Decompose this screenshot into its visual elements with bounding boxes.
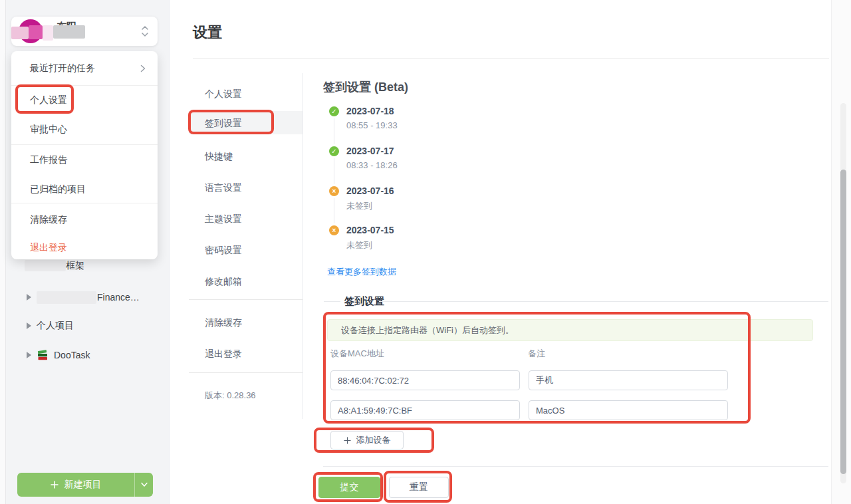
checkin-date: 2023-07-18: [346, 106, 394, 116]
mac-address-label: 设备MAC地址: [330, 348, 384, 360]
submit-label: 提交: [340, 481, 359, 493]
chevron-collapsed-icon[interactable]: [27, 322, 31, 329]
checkin-heading: 签到设置 (Beta): [323, 79, 408, 95]
books-icon: [37, 349, 49, 361]
divider: [379, 301, 828, 302]
chevron-down-icon: [140, 482, 148, 487]
remark-label: 备注: [528, 348, 545, 360]
tab-password-settings[interactable]: 密码设置: [205, 244, 242, 256]
reset-button[interactable]: 重置: [389, 477, 449, 498]
user-dropdown-menu: 最近打开的任务 个人设置 审批中心 工作报告 已归档的项目 清除缓存: [11, 51, 158, 259]
project-label: 框架: [66, 260, 84, 272]
timeline-tail: [334, 198, 334, 223]
sidebar-item-dootask-project[interactable]: DooTask: [27, 348, 90, 362]
chevron-expand-icon: [140, 24, 150, 39]
add-device-button[interactable]: 添加设备: [330, 431, 404, 449]
divider: [323, 466, 828, 467]
divider: [189, 372, 303, 373]
menu-item-label: 已归档的项目: [30, 184, 86, 195]
tab-clear-cache[interactable]: 清除缓存: [205, 316, 242, 328]
divider: [324, 301, 340, 302]
sidebar-item-masked-project[interactable]: 框架: [25, 260, 43, 272]
chevron-right-icon: [140, 64, 146, 72]
menu-item-label: 个人设置: [30, 94, 67, 106]
menu-item-label: 最近打开的任务: [30, 63, 140, 74]
mac-address-input[interactable]: [330, 370, 520, 390]
user-card[interactable]: 东阳: [11, 17, 158, 46]
divider: [303, 73, 303, 419]
menu-item-work-report[interactable]: 工作报告: [11, 145, 158, 176]
checkin-detail: 未签到: [346, 200, 372, 212]
checkin-detail: 08:55 - 19:33: [346, 120, 398, 130]
sidebar: 东阳 最近打开的任务 个人设置 审批中心: [0, 0, 170, 504]
remark-input[interactable]: [529, 370, 728, 390]
remark-input[interactable]: [529, 400, 728, 420]
tab-change-email[interactable]: 修改邮箱: [205, 275, 242, 287]
check-circle-icon: ✓: [329, 106, 339, 116]
submit-button[interactable]: 提交: [318, 477, 380, 498]
divider: [193, 58, 829, 59]
menu-item-recent-tasks[interactable]: 最近打开的任务: [11, 51, 158, 85]
add-device-label: 添加设备: [356, 434, 391, 446]
tab-logout[interactable]: 退出登录: [205, 348, 242, 360]
check-circle-icon: ✓: [329, 146, 339, 156]
mac-address-input[interactable]: [330, 400, 520, 420]
project-label: 个人项目: [37, 320, 74, 332]
timeline-tail: [334, 158, 334, 184]
menu-item-archived-projects[interactable]: 已归档的项目: [11, 176, 158, 203]
app-window: 东阳 最近打开的任务 个人设置 审批中心: [0, 0, 851, 504]
privacy-blur: [25, 260, 66, 271]
project-label: DooTask: [54, 350, 90, 360]
tab-language-settings[interactable]: 语言设置: [205, 182, 242, 193]
timeline-tail: [334, 118, 334, 144]
cross-circle-icon: ×: [329, 186, 339, 196]
menu-item-clear-cache[interactable]: 清除缓存: [11, 203, 158, 236]
checkin-detail: 08:33 - 18:26: [346, 160, 398, 170]
checkin-date: 2023-07-16: [346, 186, 394, 196]
sidebar-item-finance-project[interactable]: Finance…: [27, 291, 140, 304]
plus-icon: [344, 437, 351, 444]
privacy-blur: [43, 25, 53, 41]
project-label: Finance…: [97, 292, 140, 303]
checkin-section-title: 签到设置: [344, 295, 384, 308]
menu-item-label: 清除缓存: [30, 214, 67, 226]
divider: [189, 299, 303, 300]
new-project-main[interactable]: 新建项目: [17, 473, 134, 497]
sidebar-item-personal-project[interactable]: 个人项目: [27, 319, 74, 332]
privacy-blur: [11, 27, 29, 39]
new-project-label: 新建项目: [64, 479, 102, 491]
tab-checkin-settings[interactable]: 签到设置: [205, 117, 242, 129]
menu-item-label: 工作报告: [30, 154, 67, 166]
menu-item-label: 审批中心: [30, 124, 67, 136]
privacy-blur: [29, 25, 43, 39]
menu-item-logout[interactable]: 退出登录: [11, 236, 158, 259]
menu-item-personal-settings[interactable]: 个人设置: [11, 86, 158, 115]
tab-personal-settings[interactable]: 个人设置: [205, 88, 242, 100]
chevron-collapsed-icon[interactable]: [27, 352, 31, 358]
cross-circle-icon: ×: [329, 225, 339, 235]
checkin-date: 2023-07-17: [346, 146, 394, 156]
checkin-detail: 未签到: [346, 239, 372, 251]
scrollbar-thumb[interactable]: [840, 170, 846, 474]
sidebar-scrollbar-gutter: [0, 0, 6, 504]
menu-item-approval-center[interactable]: 审批中心: [11, 115, 158, 144]
plus-icon: [51, 481, 59, 489]
tab-shortcuts[interactable]: 快捷键: [205, 150, 233, 162]
new-project-dropdown-toggle[interactable]: [134, 473, 153, 497]
privacy-blur: [37, 291, 96, 304]
new-project-button[interactable]: 新建项目: [17, 473, 153, 497]
checkin-date: 2023-07-15: [346, 225, 394, 235]
wifi-auto-checkin-notice: 设备连接上指定路由器（WiFi）后自动签到。: [327, 319, 813, 341]
privacy-blur: [53, 25, 85, 39]
tab-theme-settings[interactable]: 主题设置: [205, 213, 242, 225]
reset-label: 重置: [410, 481, 428, 493]
version-label: 版本: 0.28.36: [205, 390, 256, 402]
page-title: 设置: [193, 23, 222, 43]
view-more-checkin-link[interactable]: 查看更多签到数据: [327, 266, 396, 278]
menu-item-label: 退出登录: [30, 242, 67, 254]
chevron-collapsed-icon[interactable]: [27, 294, 31, 301]
